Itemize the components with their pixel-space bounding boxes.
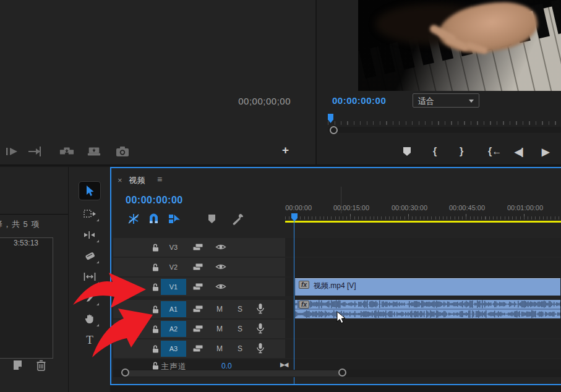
add-button[interactable]: +	[282, 143, 289, 157]
slip-tool[interactable]	[79, 268, 100, 286]
settings-wrench-icon[interactable]	[231, 213, 245, 225]
zoom-handle-right[interactable]	[338, 369, 346, 377]
delete-icon[interactable]	[36, 360, 46, 371]
track-header-v3: V3	[113, 238, 285, 257]
lock-icon[interactable]	[152, 361, 160, 370]
lock-icon[interactable]	[152, 243, 160, 252]
sync-lock-icon[interactable]	[192, 344, 203, 353]
audio-clip[interactable]: fx	[295, 300, 560, 318]
play-icon[interactable]: ▶	[542, 146, 549, 158]
razor-tool[interactable]	[79, 247, 100, 265]
selection-tool[interactable]	[79, 182, 100, 200]
zoom-handle-left[interactable]	[121, 369, 129, 377]
goto-in-icon[interactable]: {←	[488, 146, 502, 157]
program-zoom-scrollbar-handle[interactable]	[330, 126, 338, 134]
program-zoom-scrollbar[interactable]	[328, 127, 561, 133]
item-duration-text: 3:53:13	[2, 239, 38, 247]
add-marker-icon[interactable]	[207, 214, 216, 224]
voiceover-mic-icon[interactable]	[256, 343, 265, 354]
slip-icon	[84, 273, 96, 281]
panel-menu-icon[interactable]: ≡	[157, 174, 162, 184]
track-select-forward-tool[interactable]	[79, 205, 100, 223]
export-settings-icon[interactable]	[87, 145, 101, 158]
master-level-value[interactable]: 0.0	[221, 362, 232, 370]
nest-insert-icon[interactable]	[127, 213, 140, 225]
audio-waveform-bottom	[295, 310, 560, 318]
premiere-app-window: 00;00;00;00 +	[0, 0, 561, 392]
toggle-track-output-eye-icon[interactable]	[215, 243, 226, 251]
hand-tool[interactable]	[79, 310, 100, 328]
sync-lock-icon[interactable]	[192, 304, 203, 313]
voiceover-mic-icon[interactable]	[256, 303, 265, 315]
mark-in-icon[interactable]: {	[433, 146, 437, 157]
mute-button[interactable]: M	[216, 325, 223, 333]
toggle-track-output-eye-icon[interactable]	[215, 283, 226, 291]
track-target-v3[interactable]: V3	[161, 239, 186, 255]
pen-icon	[85, 293, 95, 302]
track-target-v2[interactable]: V2	[161, 259, 186, 275]
close-panel-button[interactable]: ×	[118, 176, 122, 185]
ruler-minor-ticks	[285, 216, 561, 219]
sync-lock-icon[interactable]	[192, 282, 203, 291]
play-in-to-out-icon[interactable]	[5, 145, 20, 158]
step-back-icon[interactable]: ◀|	[515, 146, 523, 158]
sync-lock-icon[interactable]	[192, 324, 203, 333]
mute-button[interactable]: M	[216, 305, 223, 313]
track-target-a1[interactable]: A1	[161, 301, 186, 317]
zoom-level-value: 适合	[418, 96, 434, 106]
timeline-panel: × 视频 ≡ 00:00:00:00 00:00:00:00 00:00:	[110, 167, 561, 385]
program-video-preview[interactable]	[358, 0, 561, 91]
track-row-a3: A3 M S	[113, 339, 561, 358]
track-target-a3[interactable]: A3	[161, 341, 186, 357]
program-timecode[interactable]: 00:00:00:00	[332, 95, 386, 106]
ruler-label: 00:00:15:00	[333, 204, 369, 211]
track-row-v3: V3	[113, 238, 561, 257]
video-clip[interactable]: fx 视频.mp4 [V]	[295, 278, 560, 296]
type-tool-glyph: T	[86, 333, 93, 347]
program-monitor-panel: 00:00:00:00 适合 { } {← ◀| ▶	[315, 0, 561, 166]
lock-icon[interactable]	[152, 263, 160, 271]
ripple-edit-tool[interactable]	[79, 226, 100, 244]
solo-button[interactable]: S	[238, 344, 242, 353]
track-select-icon	[84, 209, 96, 218]
solo-button[interactable]: S	[238, 305, 242, 313]
lock-icon[interactable]	[152, 283, 160, 291]
linked-selection-icon[interactable]	[168, 213, 181, 225]
source-monitor-panel: 00;00;00;00 +	[0, 0, 315, 166]
project-item-thumbnail[interactable]	[0, 237, 53, 359]
add-marker-icon[interactable]	[402, 147, 412, 156]
track-row-a2: A2 M S	[113, 320, 561, 338]
mute-button[interactable]: M	[216, 344, 223, 353]
timeline-tab-title[interactable]: 视频	[129, 175, 146, 186]
zoom-level-select[interactable]: 适合	[413, 93, 479, 108]
ruler-label: 00:00:45:00	[449, 204, 485, 211]
timeline-timecode[interactable]: 00:00:00:00	[126, 195, 183, 206]
timeline-scrollbar[interactable]	[125, 370, 343, 377]
lock-icon[interactable]	[152, 325, 160, 333]
pen-tool[interactable]	[79, 289, 100, 307]
track-header-v2: V2	[113, 258, 285, 276]
type-tool[interactable]: T	[79, 331, 100, 349]
fx-badge: fx	[299, 281, 309, 289]
track-header-a3: A3 M S	[113, 339, 285, 358]
lock-icon[interactable]	[152, 305, 160, 313]
keyframe-toggle-icon[interactable]: ▶◀	[280, 361, 287, 368]
export-frame-icon[interactable]	[115, 145, 130, 158]
selection-status-text: 择，共 5 项	[0, 219, 40, 230]
insert-icon[interactable]	[27, 145, 42, 158]
razor-icon	[84, 251, 95, 261]
new-item-icon[interactable]	[12, 360, 23, 370]
solo-button[interactable]: S	[238, 325, 242, 333]
timeline-ruler[interactable]: 00:00:00:00 00:00:15:00 00:00:30:00 00:0…	[285, 203, 561, 220]
lock-icon[interactable]	[152, 344, 160, 353]
track-target-a2[interactable]: A2	[161, 321, 186, 337]
program-mini-timeline[interactable]	[328, 114, 561, 125]
mark-out-icon[interactable]: }	[460, 146, 463, 157]
overwrite-icon[interactable]	[59, 145, 74, 158]
voiceover-mic-icon[interactable]	[256, 323, 265, 334]
track-target-v1[interactable]: V1	[161, 279, 186, 295]
sync-lock-icon[interactable]	[192, 262, 203, 271]
toggle-track-output-eye-icon[interactable]	[215, 263, 226, 271]
sync-lock-icon[interactable]	[192, 242, 203, 252]
snap-icon[interactable]	[148, 213, 160, 225]
